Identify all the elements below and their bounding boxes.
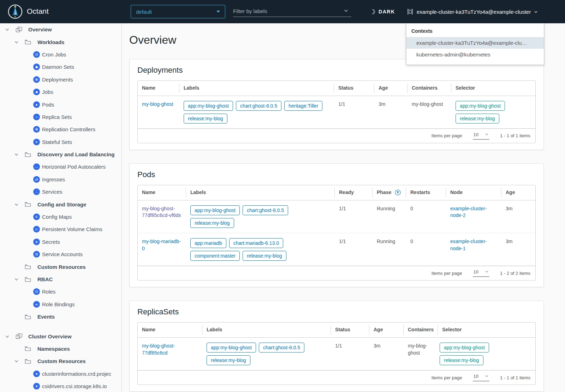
sidebar-item-cluster-overview[interactable]: Cluster Overview [0, 330, 121, 342]
selector-tag-row: app:my-blog-ghost [456, 101, 531, 114]
sidebar-item-pods[interactable]: ●Pods [0, 98, 121, 110]
replica-sets-icon: ○ [33, 114, 40, 120]
cell-value: Running [377, 206, 395, 211]
sidebar-item-label: RBAC [37, 276, 53, 282]
resource-link[interactable]: my-blog-ghost-77df85c6cd-vf6dx [142, 206, 181, 218]
cell-selector: app:my-blog-ghostrelease:my-blog [435, 338, 535, 370]
sidebar-item-secrets[interactable]: ∗Secrets [0, 236, 121, 248]
sidebar-item-discovery-and-load-balancing[interactable]: Discovery and Load Balancing [0, 148, 121, 161]
sidebar-item-roles[interactable]: ⊙Roles [0, 285, 121, 298]
cell-value: 1/1 [339, 206, 346, 211]
chevron-down-icon[interactable] [14, 202, 25, 207]
sidebar-item-rbac[interactable]: RBAC [0, 273, 121, 285]
sidebar-item-horizontal-pod-autoscalers[interactable]: ↔Horizontal Pod Autoscalers [0, 161, 121, 173]
resource-link[interactable]: my-blog-ghost-77df85c6cd [142, 343, 175, 356]
sidebar-item-service-accounts[interactable]: ⊖Service Accounts [0, 248, 121, 260]
folder-icon [25, 201, 35, 207]
sidebar-item-custom-resources[interactable]: Custom Resources [0, 260, 121, 273]
sidebar-item-replica-sets[interactable]: ○Replica Sets [0, 111, 121, 123]
node-link[interactable]: example-cluster-node-1 [450, 239, 487, 251]
section-pods: Pods NameLabelsReadyPhaseRestartsNodeAge… [129, 163, 544, 287]
column-header-age: Age [369, 322, 404, 337]
pagination-range: 1 - 1 of 1 items [500, 375, 530, 380]
label-tag: chart:ghost-8.0.5 [243, 205, 288, 215]
table-row: my-blog-ghost-77df85c6cd-vf6dxapp:my-blo… [138, 200, 535, 233]
sidebar-item-deployments[interactable]: ⊕Deployments [0, 73, 121, 86]
sidebar-item-label: Custom Resources [37, 358, 86, 364]
sidebar-item-daemon-sets[interactable]: ◆Daemon Sets [0, 61, 121, 73]
items-per-page-select[interactable]: 10 [473, 269, 489, 277]
sidebar-item-cron-jobs[interactable]: ⊙Cron Jobs [0, 48, 121, 61]
items-per-page-select[interactable]: 10 [473, 374, 489, 381]
cell-name: my-blog-mariadb-0 [138, 233, 186, 266]
contexts-dropdown-title: Contexts [406, 23, 544, 37]
sidebar-item-namespaces[interactable]: Namespaces [0, 343, 121, 355]
cell-value: my-blog-ghost [408, 343, 427, 356]
items-per-page-value: 10 [474, 132, 478, 137]
sidebar-item-custom-resources[interactable]: Custom Resources [0, 355, 121, 367]
node-link[interactable]: example-cluster-node-2 [450, 206, 487, 218]
chevron-down-icon [485, 269, 489, 275]
namespace-select[interactable]: default [131, 5, 225, 18]
persistent-volume-claims-icon: ∪ [33, 226, 40, 233]
chevron-down-icon[interactable] [14, 277, 25, 282]
table-header-row: NameLabelsStatusAgeContainersSelector [138, 81, 535, 96]
sidebar-item-ingresses[interactable]: ⇄Ingresses [0, 173, 121, 186]
resource-link[interactable]: my-blog-mariadb-0 [142, 239, 181, 251]
sidebar-item-events[interactable]: Events [0, 310, 121, 323]
sidebar-item-clusterinformations-crd-projec[interactable]: ∗clusterinformations.crd.projec [0, 368, 121, 380]
column-header-label: Selector [456, 85, 475, 92]
column-header-containers: Containers [404, 322, 438, 337]
sidebar-item-label: Stateful Sets [42, 139, 72, 145]
filter-icon[interactable] [395, 189, 401, 195]
chevron-down-icon[interactable] [14, 40, 25, 44]
column-header-label: Restarts [410, 189, 430, 196]
contexts-dropdown: Contexts example-cluster-ka3TuTzYo4a@exa… [406, 23, 544, 65]
services-icon: ∴ [33, 188, 40, 195]
sidebar-item-label: Cron Jobs [42, 52, 66, 58]
chevron-down-icon[interactable] [14, 152, 25, 157]
sidebar-item-replication-controllers[interactable]: ⊗Replication Controllers [0, 123, 121, 135]
chevron-down-icon[interactable] [14, 359, 25, 363]
context-switcher[interactable]: example-cluster-ka3TuTzYo4a@example-clus… [407, 0, 538, 23]
role-bindings-icon: ∞ [33, 301, 40, 308]
sidebar-item-csidrivers-csi-storage-k8s-io[interactable]: ∗csidrivers.csi.storage.k8s.io [0, 380, 121, 392]
cell-labels: app:my-blog-ghostchart:ghost-8.0.5releas… [186, 200, 335, 233]
sidebar-item-label: Services [42, 189, 63, 195]
sidebar-item-role-bindings[interactable]: ∞Role Bindings [0, 298, 121, 310]
column-header-label: Labels [184, 85, 199, 92]
sidebar-item-overview[interactable]: Overview [0, 23, 121, 36]
custom-resource-icon: ∗ [33, 370, 40, 377]
chevron-down-icon[interactable] [5, 334, 16, 339]
chevron-down-icon [485, 132, 489, 137]
resource-link[interactable]: my-blog-ghost [142, 101, 173, 107]
column-header-label: Status [338, 85, 353, 92]
sidebar-item-persistent-volume-claims[interactable]: ∪Persistent Volume Claims [0, 223, 121, 235]
theme-toggle-button[interactable]: ☾ DARK [369, 0, 395, 23]
context-menu-item[interactable]: kubernetes-admin@kubernetes [406, 49, 544, 60]
sidebar-item-stateful-sets[interactable]: ≡Stateful Sets [0, 136, 121, 148]
datagrid-deployments: NameLabelsStatusAgeContainersSelectormy-… [137, 80, 536, 143]
context-menu-item[interactable]: example-cluster-ka3TuTzYo4a@example-clu… [406, 37, 544, 49]
sidebar-item-label: Discovery and Load Balancing [37, 151, 114, 157]
selector-tag: release:my-blog [456, 114, 499, 123]
table-header-row: NameLabelsReadyPhaseRestartsNodeAge [138, 185, 535, 200]
items-per-page-value: 10 [474, 374, 478, 379]
column-header-status: Status [331, 322, 369, 337]
sidebar-item-label: Overview [28, 26, 52, 32]
sidebar-item-config-and-storage[interactable]: Config and Storage [0, 198, 121, 210]
sidebar-item-config-maps[interactable]: ≡Config Maps [0, 211, 121, 223]
cell-labels: app:my-blog-ghostchart:ghost-8.0.5releas… [202, 338, 331, 370]
selector-tag-row: release:my-blog [456, 114, 531, 126]
label-filter-input[interactable]: Filter by labels [233, 6, 351, 17]
sidebar-item-jobs[interactable]: ■Jobs [0, 86, 121, 98]
column-header-label: Age [379, 85, 388, 92]
chevron-down-icon [485, 374, 489, 379]
items-per-page-select[interactable]: 10 [473, 132, 489, 140]
sidebar-item-services[interactable]: ∴Services [0, 186, 121, 198]
items-per-page-value: 10 [474, 269, 478, 275]
chevron-down-icon[interactable] [5, 27, 16, 32]
sidebar-item-workloads[interactable]: Workloads [0, 36, 121, 48]
cell-labels: app:my-blog-ghostchart:ghost-8.0.5herita… [179, 96, 334, 128]
caret-down-icon [216, 11, 220, 13]
